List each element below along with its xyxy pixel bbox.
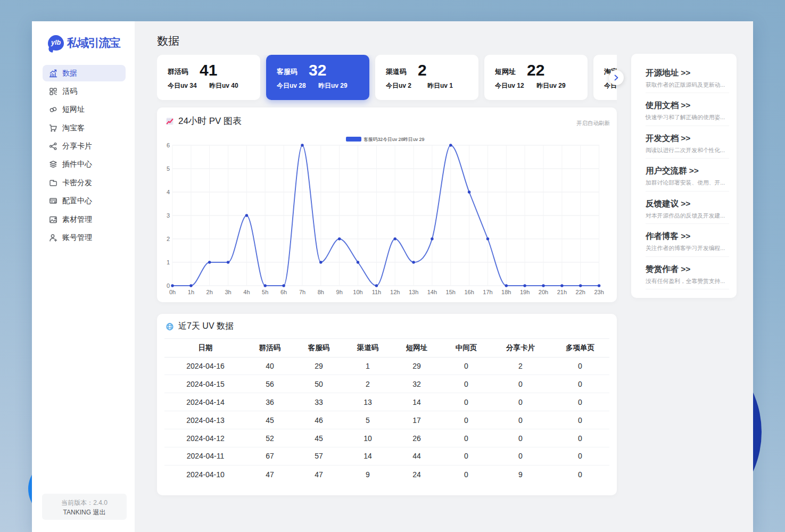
svg-text:3: 3: [167, 212, 170, 219]
svg-text:4h: 4h: [243, 289, 250, 295]
svg-text:2: 2: [167, 236, 170, 242]
svg-text:7h: 7h: [299, 289, 305, 295]
svg-text:23h: 23h: [594, 289, 604, 295]
svg-text:2h: 2h: [206, 289, 213, 295]
svg-text:10h: 10h: [353, 289, 362, 295]
svg-text:22h: 22h: [576, 289, 585, 295]
svg-text:20h: 20h: [539, 289, 548, 295]
svg-text:17h: 17h: [483, 289, 492, 295]
svg-text:9h: 9h: [336, 289, 343, 295]
svg-text:5: 5: [167, 165, 170, 172]
svg-text:5h: 5h: [262, 289, 268, 295]
svg-text:8h: 8h: [318, 289, 324, 295]
svg-text:16h: 16h: [464, 289, 474, 295]
svg-text:21h: 21h: [557, 289, 567, 295]
svg-text:4: 4: [167, 189, 170, 195]
svg-text:6: 6: [167, 142, 170, 148]
svg-text:客服码32今日uv 28昨日uv 29: 客服码32今日uv 28昨日uv 29: [363, 137, 425, 142]
svg-text:19h: 19h: [520, 289, 530, 295]
svg-text:12h: 12h: [390, 289, 400, 295]
svg-text:18h: 18h: [501, 289, 511, 295]
svg-text:13h: 13h: [409, 289, 418, 295]
svg-text:15h: 15h: [446, 289, 456, 295]
svg-text:14h: 14h: [427, 289, 437, 295]
svg-text:0h: 0h: [169, 289, 176, 295]
svg-text:0: 0: [167, 282, 170, 289]
svg-text:1h: 1h: [188, 289, 194, 295]
svg-text:3h: 3h: [225, 289, 231, 295]
svg-text:1: 1: [167, 259, 170, 265]
svg-text:11h: 11h: [372, 289, 382, 295]
svg-text:6h: 6h: [280, 289, 287, 295]
